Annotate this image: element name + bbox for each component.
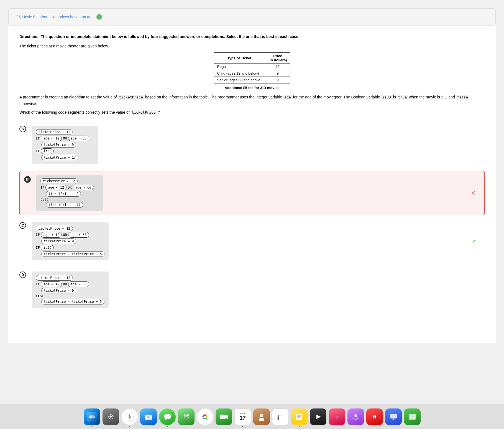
dock-item-calendar[interactable]: APR 17 xyxy=(234,408,251,425)
answer-letter-c[interactable]: C xyxy=(19,222,26,229)
code-box-condition: is3D xyxy=(41,245,54,250)
dock-item-launchpad[interactable] xyxy=(103,408,119,425)
dock-item-safari[interactable] xyxy=(121,408,138,425)
code-line: ticketPrice ← ticketPrice + 5 xyxy=(41,251,104,257)
ticket-price-child: 9 xyxy=(265,70,290,77)
code-line: IF is3D xyxy=(36,148,94,154)
code-box: ticketPrice ← ticketPrice + 5 xyxy=(41,251,104,257)
code-box: ticketPrice ← 17 xyxy=(41,155,78,160)
dock-item-notes[interactable] xyxy=(291,408,308,425)
macos-dock: 🗺 APR 17 ♪ N xyxy=(0,404,504,429)
dock-item-keynote[interactable] xyxy=(385,408,402,425)
code-box-condition: age < 12 xyxy=(41,232,62,238)
code-line: IF is3D xyxy=(36,245,104,250)
question-header: Q5 Movie theather ticket prices based on… xyxy=(8,8,496,26)
svg-rect-60 xyxy=(390,414,397,418)
code-false: false xyxy=(456,95,469,100)
code-block-c: ticketPrice ← 12 IF age < 12 OR age > 60… xyxy=(32,222,109,260)
code-block-a: ticketPrice ← 12 IF age < 12 OR age > 60… xyxy=(32,126,98,164)
code-box-condition: age < 12 xyxy=(45,185,66,190)
dock-item-messages[interactable] xyxy=(159,408,176,425)
code-is3d: is3D xyxy=(381,95,392,100)
code-box: ticketPrice ← ticketPrice + 5 xyxy=(41,299,104,304)
svg-point-38 xyxy=(259,418,264,421)
svg-point-44 xyxy=(278,418,279,420)
correct-icon: ✓ xyxy=(472,238,476,245)
dock-item-music[interactable]: ♪ xyxy=(329,408,345,425)
svg-marker-35 xyxy=(226,415,228,419)
answer-option-b: ticketPrice ← 12 IF age < 12 OR age > 60… xyxy=(36,175,103,211)
svg-point-3 xyxy=(92,415,95,418)
code-box-condition: age > 60 xyxy=(68,281,89,287)
code-box: ticketPrice ← 9 xyxy=(46,191,81,197)
code-box-condition: age < 12 xyxy=(41,281,62,287)
ticket-type-senior: Senior (ages 60 and above) xyxy=(214,77,265,83)
svg-rect-61 xyxy=(393,418,394,420)
code-box-condition: age > 60 xyxy=(68,232,89,238)
ticket-table-container: Type of Ticket Price(in dollars) Regular… xyxy=(19,52,485,83)
code-box: ticketPrice ← 17 xyxy=(46,202,83,208)
answer-row-b[interactable]: B ticketPrice ← 12 IF age < 12 OR age > … xyxy=(19,171,485,215)
code-box: ticketPrice ← 9 xyxy=(41,288,76,293)
dock-dot xyxy=(299,426,300,427)
dock-item-numbers[interactable] xyxy=(404,408,421,425)
ticket-table: Type of Ticket Price(in dollars) Regular… xyxy=(214,52,291,83)
dock-dot xyxy=(129,426,130,427)
dock-dot xyxy=(242,426,243,427)
code-block-b: ticketPrice ← 12 IF age < 12 OR age > 60… xyxy=(36,175,103,211)
svg-point-56 xyxy=(354,414,357,417)
answer-letter-b[interactable]: B xyxy=(24,176,31,183)
svg-text:♪: ♪ xyxy=(336,413,338,420)
code-line: IF age < 12 OR age > 60 xyxy=(40,185,99,190)
dock-item-maps[interactable]: 🗺 xyxy=(178,408,195,425)
answer-letter-d[interactable]: D xyxy=(19,271,26,278)
answer-row-a[interactable]: A ticketPrice ← 12 IF age < 12 OR age > … xyxy=(19,121,485,168)
calendar-month: APR xyxy=(240,412,245,415)
dock-item-contacts[interactable] xyxy=(253,408,270,425)
code-line: ticketPrice ← 17 xyxy=(41,155,94,160)
svg-point-2 xyxy=(89,415,92,418)
calendar-day: 17 xyxy=(239,415,245,421)
ticket-type-regular: Regular xyxy=(214,64,265,70)
svg-text:🗺: 🗺 xyxy=(184,413,189,419)
dock-dot xyxy=(91,426,93,427)
dock-item-appletv[interactable] xyxy=(310,408,326,425)
col-header-type: Type of Ticket xyxy=(214,53,265,64)
code-box-condition: age < 12 xyxy=(41,136,62,141)
svg-marker-52 xyxy=(316,415,321,419)
answer-option-d: ticketPrice ← 12 IF age < 12 OR age > 60… xyxy=(32,270,109,309)
answer-option-c: ticketPrice ← 12 IF age < 12 OR age > 60… xyxy=(32,221,109,262)
answer-letter-a[interactable]: A xyxy=(19,126,26,132)
dock-item-podcasts[interactable] xyxy=(347,408,364,425)
code-line: ELSE xyxy=(36,294,104,298)
svg-point-4 xyxy=(89,416,90,417)
code-box: ticketPrice ← 12 xyxy=(40,178,78,184)
dock-item-finder[interactable] xyxy=(84,408,100,425)
dock-item-reminders[interactable] xyxy=(272,408,289,425)
code-line: IF age < 12 OR age > 60 xyxy=(36,232,104,238)
code-line: ticketPrice ← 9 xyxy=(46,191,99,197)
dock-item-photos[interactable] xyxy=(197,408,213,425)
code-box: ticketPrice ← 9 xyxy=(41,238,76,244)
table-caption: Additional $5 fee for 3-D movies xyxy=(19,86,485,90)
code-line: ELSE xyxy=(40,197,99,201)
dock-item-news[interactable]: N xyxy=(366,408,383,425)
code-line: ticketPrice ← 12 xyxy=(40,178,99,184)
svg-point-42 xyxy=(278,417,279,418)
code-line: IF age < 12 OR age > 60 xyxy=(36,136,94,141)
info-badge[interactable]: i xyxy=(96,14,102,20)
code-true: true xyxy=(397,95,408,100)
code-box-condition: age > 60 xyxy=(68,136,89,141)
answer-row-c[interactable]: C ticketPrice ← 12 IF age < 12 OR age > … xyxy=(19,218,485,265)
code-block-d: ticketPrice ← 12 IF age < 12 OR age > 60… xyxy=(32,271,109,308)
code-line: ticketPrice ← 9 xyxy=(41,238,104,244)
code-box-condition: age > 60 xyxy=(73,185,94,190)
answer-row-d[interactable]: D ticketPrice ← 12 IF age < 12 OR age > … xyxy=(19,267,485,312)
ticket-price-senior: 9 xyxy=(265,77,290,83)
dock-item-facetime[interactable] xyxy=(216,408,232,425)
code-box: ticketPrice ← 9 xyxy=(41,142,76,148)
code-box: ticketPrice ← 12 xyxy=(36,226,73,231)
dock-item-mail[interactable] xyxy=(140,408,157,425)
code-box: ticketPrice ← 12 xyxy=(36,129,73,135)
code-line: ticketPrice ← 12 xyxy=(36,129,94,135)
